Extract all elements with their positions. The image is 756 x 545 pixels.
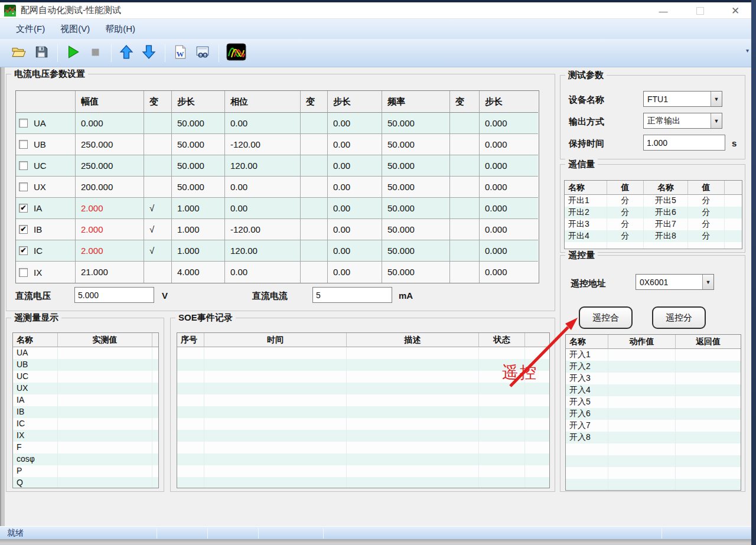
param-cell[interactable]: 0.00 (328, 198, 382, 219)
output-mode-combo[interactable]: 正常输出 ▼ (643, 113, 722, 129)
param-cell[interactable] (450, 198, 480, 219)
param-cell[interactable]: √ (144, 219, 172, 240)
param-cell[interactable]: √ (144, 198, 172, 219)
param-cell[interactable]: 120.00 (225, 240, 301, 262)
table-row[interactable]: 开入1 (566, 349, 741, 361)
table-row[interactable]: 开入2 (566, 361, 741, 373)
param-cell[interactable] (301, 113, 328, 134)
chevron-down-icon[interactable]: ▼ (711, 113, 722, 128)
table-row[interactable]: 开出1分开出5分 (565, 195, 742, 207)
table-row[interactable]: IC (13, 418, 158, 430)
remote-close-button[interactable]: 遥控合 (579, 306, 633, 329)
param-cell[interactable] (301, 198, 328, 219)
param-cell[interactable] (450, 155, 480, 177)
param-cell[interactable]: 0.000 (480, 177, 538, 198)
param-cell[interactable] (301, 219, 328, 240)
param-cell[interactable]: 0.00 (328, 134, 382, 155)
toolbar-run-button[interactable] (62, 43, 83, 64)
param-cell[interactable]: 0.000 (480, 198, 538, 219)
checkbox-IX[interactable] (19, 268, 28, 277)
param-cell[interactable]: 0.00 (225, 113, 301, 134)
param-cell[interactable] (301, 134, 328, 155)
table-row[interactable]: 开入3 (566, 373, 741, 384)
checkbox-UC[interactable] (19, 161, 28, 170)
dc-current-input[interactable] (312, 287, 392, 303)
toolbar-overflow-icon[interactable]: ▾ (746, 47, 749, 54)
table-row[interactable]: 开入4 (566, 384, 741, 396)
param-cell[interactable]: 50.000 (382, 113, 450, 134)
param-cell[interactable] (301, 240, 328, 262)
param-cell[interactable]: 1.000 (172, 198, 225, 219)
checkbox-UA[interactable] (19, 119, 28, 128)
param-cell[interactable] (450, 240, 480, 262)
maximize-button[interactable] (686, 2, 713, 19)
table-row[interactable]: 开出2分开出6分 (565, 207, 742, 218)
param-cell[interactable]: 0.00 (328, 177, 382, 198)
table-row[interactable]: IA (13, 394, 158, 406)
param-cell[interactable]: 50.000 (382, 240, 450, 262)
chevron-down-icon[interactable]: ▼ (711, 92, 722, 106)
table-row[interactable]: 开出4分开出8分 (565, 230, 742, 242)
param-cell[interactable]: 0.00 (225, 262, 301, 283)
table-row[interactable]: UX (13, 383, 158, 394)
toolbar-move-down-button[interactable] (138, 43, 159, 64)
checkbox-IC[interactable]: ✔ (19, 246, 28, 255)
param-cell[interactable]: 0.00 (328, 155, 382, 177)
remote-open-button[interactable]: 遥控分 (652, 306, 706, 329)
checkbox-UX[interactable] (19, 182, 28, 191)
telecontrol-address-combo[interactable]: 0X6001 ▼ (636, 274, 714, 290)
param-cell[interactable]: 0.000 (480, 134, 538, 155)
param-cell[interactable]: 0.000 (480, 219, 538, 240)
toolbar-waveform-display-button[interactable] (223, 43, 249, 64)
toolbar-move-up-button[interactable] (116, 43, 137, 64)
param-cell[interactable]: 50.000 (172, 113, 225, 134)
param-cell[interactable]: √ (144, 240, 172, 262)
toolbar-open-file-button[interactable] (8, 43, 30, 64)
param-cell[interactable] (144, 113, 172, 134)
table-row[interactable]: UC (13, 371, 158, 383)
param-cell[interactable]: 200.000 (76, 177, 144, 198)
param-cell[interactable]: 50.000 (172, 155, 225, 177)
table-row[interactable]: IB (13, 406, 158, 418)
checkbox-IB[interactable]: ✔ (19, 225, 28, 234)
table-row[interactable]: UA (13, 347, 158, 359)
table-row[interactable]: 开入6 (566, 408, 741, 420)
table-row[interactable]: P (13, 465, 158, 477)
table-row[interactable]: 开入5 (566, 396, 741, 408)
device-name-combo[interactable]: FTU1 ▼ (643, 91, 722, 107)
param-cell[interactable] (450, 134, 480, 155)
table-row[interactable]: UB (13, 359, 158, 371)
param-cell[interactable]: 21.000 (76, 262, 144, 283)
table-row[interactable]: 开入8 (566, 432, 741, 443)
param-cell[interactable] (450, 177, 480, 198)
param-cell[interactable] (144, 155, 172, 177)
table-row[interactable]: 开入7 (566, 420, 741, 432)
param-cell[interactable]: 0.00 (225, 177, 301, 198)
param-cell[interactable]: 250.000 (76, 155, 144, 177)
param-cell[interactable] (450, 113, 480, 134)
param-cell[interactable] (144, 134, 172, 155)
param-cell[interactable] (301, 177, 328, 198)
param-cell[interactable]: 2.000 (76, 198, 144, 219)
param-cell[interactable]: 50.000 (172, 134, 225, 155)
param-cell[interactable]: -120.00 (225, 219, 301, 240)
menu-item-0[interactable]: 文件(F) (8, 21, 53, 38)
param-cell[interactable] (144, 262, 172, 283)
param-cell[interactable]: 0.00 (328, 219, 382, 240)
close-button[interactable]: ✕ (722, 2, 749, 19)
checkbox-UB[interactable] (19, 140, 28, 149)
param-cell[interactable]: 250.000 (76, 134, 144, 155)
param-cell[interactable] (144, 177, 172, 198)
toolbar-word-report-button[interactable]: W (170, 43, 191, 64)
param-cell[interactable]: 50.000 (382, 134, 450, 155)
param-cell[interactable] (450, 262, 480, 283)
toolbar-print-preview-button[interactable] (192, 43, 213, 64)
param-cell[interactable]: 1.000 (172, 240, 225, 262)
param-cell[interactable]: 1.000 (172, 219, 225, 240)
menu-item-1[interactable]: 视图(V) (53, 21, 97, 38)
param-cell[interactable]: 50.000 (382, 219, 450, 240)
param-cell[interactable]: 0.000 (480, 155, 538, 177)
menu-item-2[interactable]: 帮助(H) (97, 21, 143, 38)
hold-time-input[interactable] (643, 135, 725, 151)
chevron-down-icon[interactable]: ▼ (702, 275, 713, 289)
